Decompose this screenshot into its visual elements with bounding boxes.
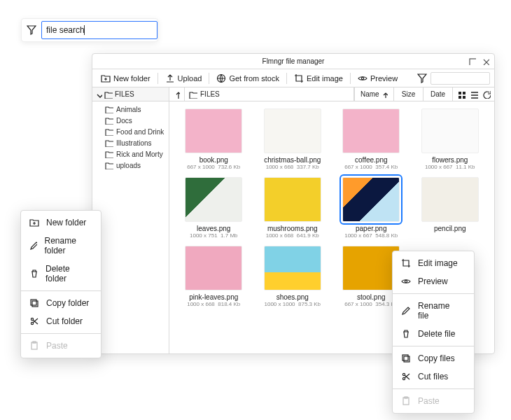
toolbar-filter-icon[interactable] xyxy=(415,71,429,85)
menu-item[interactable]: Rename folder xyxy=(21,232,101,260)
toolbar-filter-input[interactable] xyxy=(430,72,490,85)
search-bar: file search xyxy=(21,18,158,42)
pencil-icon xyxy=(401,306,411,316)
menu-item[interactable]: Copy files xyxy=(393,349,474,368)
file-meta: 1000 x 667 548.8 Kb xyxy=(344,232,398,239)
file-thumb[interactable]: shoes.png1000 x 1000 875.3 Kb xyxy=(255,246,330,307)
thumbnail-image xyxy=(421,177,479,222)
tree-item[interactable]: Food and Drink xyxy=(92,126,169,137)
thumbnail-image xyxy=(264,108,321,153)
view-grid-button[interactable] xyxy=(457,90,465,99)
file-name: flowers.png xyxy=(432,156,468,164)
file-name: paper.png xyxy=(356,225,387,232)
refresh-button[interactable] xyxy=(482,90,491,99)
file-thumb[interactable]: coffee.png667 x 1000 357.4 Kb xyxy=(334,108,409,170)
col-size[interactable]: Size xyxy=(393,88,423,101)
file-context-menu: Edit imagePreviewRename fileDelete fileC… xyxy=(392,251,475,414)
menu-item: Paste xyxy=(21,337,101,355)
upload-button[interactable]: Upload xyxy=(161,71,206,85)
trash-icon xyxy=(29,269,38,279)
menu-item[interactable]: Cut folder xyxy=(21,312,101,330)
thumbnail-image xyxy=(342,177,400,222)
breadcrumb[interactable]: FILES xyxy=(185,88,354,101)
menu-item[interactable]: Preview xyxy=(393,272,474,290)
file-name: christmas-ball.png xyxy=(264,156,321,164)
file-thumb[interactable]: paper.png1000 x 667 548.8 Kb xyxy=(334,177,409,239)
window-title: Flmngr file manager xyxy=(262,57,325,65)
tree-item[interactable]: Animals xyxy=(92,104,169,115)
file-thumb[interactable]: book.png667 x 1000 732.6 Kb xyxy=(176,108,251,170)
get-from-stock-button[interactable]: Get from stock xyxy=(212,71,284,85)
menu-item[interactable]: New folder xyxy=(21,214,101,232)
file-meta: 1000 x 668 818.4 Kb xyxy=(187,301,240,307)
file-meta: 667 x 1000 357.4 Kb xyxy=(344,164,398,170)
menu-item[interactable]: Copy folder xyxy=(21,294,101,312)
file-thumb[interactable]: leaves.png1000 x 751 1.7 Mb xyxy=(176,177,251,239)
copy-icon xyxy=(29,298,39,308)
crop-icon xyxy=(401,258,411,268)
new-folder-button[interactable]: New folder xyxy=(97,71,155,85)
nav-up-button[interactable] xyxy=(169,88,185,101)
thumbnail-image xyxy=(185,108,242,153)
folder-icon xyxy=(105,127,113,136)
file-meta: 1000 x 1000 875.3 Kb xyxy=(264,301,321,307)
file-thumb[interactable]: mushrooms.png1000 x 668 641.9 Kb xyxy=(255,177,330,239)
edit-image-button[interactable]: Edit image xyxy=(290,71,347,85)
file-thumb[interactable]: flowers.png1000 x 667 11.1 Kb xyxy=(413,108,488,170)
folder-icon xyxy=(105,150,113,158)
file-thumb[interactable]: pink-leaves.png1000 x 668 818.4 Kb xyxy=(176,246,251,307)
toolbar: New folder Upload Get from stock Edit im… xyxy=(92,69,494,88)
menu-item[interactable]: Delete folder xyxy=(21,260,101,288)
file-name: leaves.png xyxy=(197,225,230,232)
tree: AnimalsDocsFood and DrinkIllustrationsRi… xyxy=(92,102,169,173)
menu-item: Paste xyxy=(393,392,474,410)
preview-button[interactable]: Preview xyxy=(354,71,402,85)
folder-icon xyxy=(105,139,113,147)
file-thumb[interactable]: pencil.png xyxy=(413,177,488,239)
menu-item[interactable]: Cut files xyxy=(393,368,474,386)
file-name: book.png xyxy=(200,156,228,164)
search-value: file search xyxy=(46,25,85,35)
folder-icon xyxy=(105,116,113,125)
thumbnail-image xyxy=(185,177,242,222)
folder-context-menu: New folderRename folderDelete folderCopy… xyxy=(20,210,102,358)
tree-item[interactable]: Rick and Morty xyxy=(92,148,169,160)
eye-icon xyxy=(401,276,411,286)
file-thumb[interactable]: christmas-ball.png1000 x 668 337.7 Kb xyxy=(255,108,330,170)
file-meta: 1000 x 668 641.9 Kb xyxy=(266,232,319,239)
menu-item[interactable]: Rename file xyxy=(393,297,474,325)
sidebar: FILES AnimalsDocsFood and DrinkIllustrat… xyxy=(92,88,169,354)
copy-icon xyxy=(401,354,411,363)
thumbnail-image xyxy=(264,246,321,290)
tree-item[interactable]: uploads xyxy=(92,160,169,171)
search-input[interactable]: file search xyxy=(41,21,158,39)
filter-icon xyxy=(22,25,41,35)
trash-icon xyxy=(401,329,411,339)
col-date[interactable]: Date xyxy=(423,88,452,101)
view-list-button[interactable] xyxy=(470,90,478,99)
thumbnail-image xyxy=(342,108,400,153)
file-meta: 667 x 1000 732.6 Kb xyxy=(187,164,240,170)
menu-item[interactable]: Edit image xyxy=(393,254,474,272)
folder-icon xyxy=(105,161,113,169)
clipboard-icon xyxy=(29,341,39,351)
file-name: pink-leaves.png xyxy=(189,293,238,301)
menu-item[interactable]: Delete file xyxy=(393,325,474,343)
tree-item[interactable]: Illustrations xyxy=(92,137,169,148)
folder-icon xyxy=(104,90,113,99)
thumbnail-image xyxy=(264,177,321,222)
scissors-icon xyxy=(401,372,411,382)
folder-icon xyxy=(105,105,113,113)
file-name: pencil.png xyxy=(434,225,466,232)
pencil-icon xyxy=(29,241,37,251)
maximize-button[interactable] xyxy=(468,57,477,66)
tree-item[interactable]: Docs xyxy=(92,115,169,126)
thumbnail-image xyxy=(421,108,479,153)
file-name: mushrooms.png xyxy=(267,225,318,232)
thumbnail-image xyxy=(342,246,400,290)
tree-root[interactable]: FILES xyxy=(92,88,169,102)
col-name[interactable]: Name xyxy=(354,88,393,101)
titlebar: Flmngr file manager xyxy=(92,54,494,69)
close-button[interactable] xyxy=(481,57,490,66)
file-meta: 667 x 1000 354.3 Kb xyxy=(344,301,398,307)
